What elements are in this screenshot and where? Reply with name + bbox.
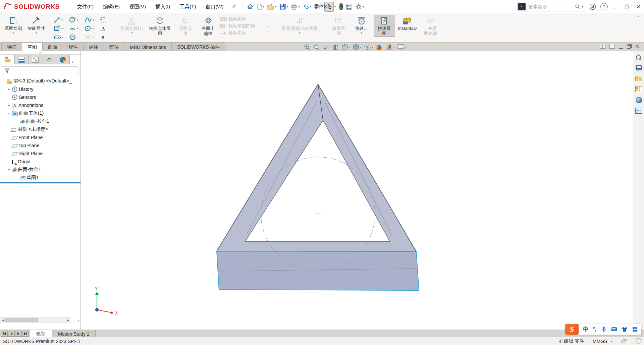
- print-dropdown-caret[interactable]: ▾: [298, 5, 300, 8]
- doc-restore-icon[interactable]: [627, 44, 631, 48]
- edit-appearance-button[interactable]: [375, 44, 383, 51]
- select-dropdown-caret[interactable]: ▾: [334, 5, 336, 8]
- smart-dimension-button[interactable]: 智能尺寸 ▾: [25, 15, 47, 36]
- zoom-to-area-button[interactable]: [313, 44, 320, 51]
- ellipse-tool[interactable]: ▾: [83, 25, 98, 32]
- tree-item[interactable]: ▾ 曲面-拉伸1: [0, 166, 80, 174]
- sketch-dropdown-caret[interactable]: ▾: [13, 31, 14, 35]
- search-icon[interactable]: [575, 4, 580, 9]
- open-dropdown-caret[interactable]: ▾: [275, 5, 277, 8]
- ime-punctuation-button[interactable]: °,: [593, 326, 596, 332]
- trim-curve-caret[interactable]: ▾: [92, 36, 94, 39]
- tab-annotation[interactable]: 标注: [83, 43, 104, 51]
- tab-features[interactable]: 特征: [1, 43, 22, 51]
- trim-curve-tool[interactable]: ▾: [83, 34, 98, 41]
- rollback-bar[interactable]: [0, 182, 80, 183]
- tab-solidworks-addins[interactable]: SOLIDWORKS 插件: [171, 43, 225, 51]
- arc-tool[interactable]: ▾: [67, 25, 83, 32]
- command-list-button[interactable]: [344, 2, 354, 11]
- tree-item[interactable]: 曲面-拉伸1: [0, 117, 80, 125]
- selection-box-tool[interactable]: [98, 16, 114, 23]
- view-orientation-button[interactable]: ▾: [341, 44, 350, 51]
- tab-displaymanager[interactable]: [56, 55, 70, 64]
- tree-item[interactable]: 零件3 (Default) <<Default>_: [0, 77, 80, 85]
- sogou-logo-icon[interactable]: S: [565, 324, 579, 335]
- menu-edit[interactable]: 编辑(E): [99, 2, 124, 11]
- point-tool[interactable]: [98, 34, 114, 40]
- undo-button[interactable]: ▾: [301, 2, 313, 11]
- expand-arrow-icon[interactable]: ▸: [7, 88, 11, 91]
- circle-caret[interactable]: ▾: [77, 18, 78, 21]
- tree-item[interactable]: ▸ Annotations: [0, 101, 80, 109]
- panel-expand-arrow[interactable]: ›: [78, 318, 79, 323]
- search-box[interactable]: >_ ▾: [517, 2, 585, 11]
- next-tab-button[interactable]: [15, 331, 22, 337]
- expand-arrow-icon[interactable]: ▸: [7, 104, 11, 107]
- ime-microphone-button[interactable]: [601, 326, 607, 332]
- file-explorer-button[interactable]: [635, 74, 643, 82]
- tree-item[interactable]: Origin: [0, 158, 80, 166]
- redo-dropdown-caret[interactable]: ▾: [321, 5, 323, 8]
- appearances-scenes-button[interactable]: [635, 96, 643, 104]
- expand-arrow-icon[interactable]: ▾: [7, 112, 11, 115]
- last-tab-button[interactable]: [22, 331, 29, 337]
- tab-configurationmanager[interactable]: [28, 55, 42, 64]
- apply-scene-caret[interactable]: ▾: [393, 46, 395, 49]
- custom-properties-button[interactable]: [635, 107, 643, 115]
- search-scope-caret[interactable]: ▾: [582, 5, 583, 8]
- redo-button[interactable]: ▾: [313, 2, 324, 11]
- graphics-viewport[interactable]: Y X: [81, 51, 644, 330]
- panel-horizontal-scrollbar[interactable]: ◀ ▶: [0, 317, 71, 323]
- tab-evaluate[interactable]: 评估: [104, 43, 124, 51]
- tab-propertymanager[interactable]: [14, 55, 29, 64]
- view-settings-caret[interactable]: ▾: [405, 46, 407, 49]
- model-triangular-surface[interactable]: [81, 51, 632, 330]
- new-document-button[interactable]: ▾: [255, 2, 266, 11]
- zoom-to-fit-button[interactable]: [304, 44, 311, 51]
- menu-file[interactable]: 文件(F): [73, 2, 98, 11]
- tree-item[interactable]: Front Plane: [0, 133, 80, 141]
- previous-view-button[interactable]: [322, 44, 330, 51]
- circle-tool[interactable]: ▾: [67, 16, 83, 23]
- ime-toolbox-button[interactable]: [632, 326, 638, 332]
- tab-model[interactable]: 模型: [30, 330, 52, 337]
- undo-dropdown-caret[interactable]: ▾: [310, 5, 312, 8]
- minimize-button[interactable]: [610, 2, 621, 12]
- spline-tool[interactable]: ▾: [83, 16, 98, 23]
- quick-snaps-button[interactable]: 快速... ▾: [351, 15, 372, 36]
- selected-bottom-front-edge[interactable]: [217, 251, 416, 251]
- expand-arrow-icon[interactable]: ▾: [7, 168, 11, 171]
- doc-minimize-icon[interactable]: [619, 44, 623, 49]
- save-button[interactable]: ▾: [278, 2, 290, 11]
- hide-show-caret[interactable]: ▾: [372, 46, 373, 49]
- new-dropdown-caret[interactable]: ▾: [263, 5, 265, 8]
- panel-tabs-overflow[interactable]: ›: [72, 59, 73, 64]
- scrollbar-thumb[interactable]: [5, 318, 38, 322]
- scroll-right-arrow[interactable]: ▶: [66, 319, 71, 322]
- status-globe-icon[interactable]: [636, 338, 641, 344]
- menu-tools[interactable]: 工具(T): [175, 2, 200, 11]
- view-orientation-caret[interactable]: ▾: [349, 46, 350, 49]
- convert-entities-button[interactable]: 转换实体引用: [147, 15, 173, 37]
- split-pane-icon[interactable]: [600, 44, 605, 49]
- instant2d-button[interactable]: Instant2D: [396, 15, 419, 32]
- tree-item[interactable]: Right Plane: [0, 150, 80, 158]
- ime-keyboard-button[interactable]: [611, 326, 617, 332]
- panel-splitter-grip[interactable]: [0, 51, 80, 55]
- line-caret[interactable]: ▾: [61, 18, 63, 21]
- tab-dimxpertmanager[interactable]: [42, 55, 56, 64]
- section-view-button[interactable]: [332, 44, 339, 51]
- menu-insert[interactable]: 插入(I): [151, 2, 174, 11]
- design-library-button[interactable]: [635, 64, 643, 72]
- circle-center-point[interactable]: [315, 211, 321, 217]
- options-dropdown-caret[interactable]: ▾: [363, 5, 364, 8]
- account-button[interactable]: [587, 2, 598, 12]
- tree-item[interactable]: ▸ History: [0, 85, 80, 93]
- polygon-tool[interactable]: [67, 34, 83, 41]
- ellipse-caret[interactable]: ▾: [92, 27, 94, 30]
- rapid-sketch-button[interactable]: 快速草图: [374, 15, 395, 37]
- search-input[interactable]: [528, 4, 575, 10]
- quick-snaps-caret[interactable]: ▾: [361, 31, 362, 35]
- spline-caret[interactable]: ▾: [93, 18, 94, 21]
- rectangle-caret[interactable]: ▾: [61, 27, 63, 30]
